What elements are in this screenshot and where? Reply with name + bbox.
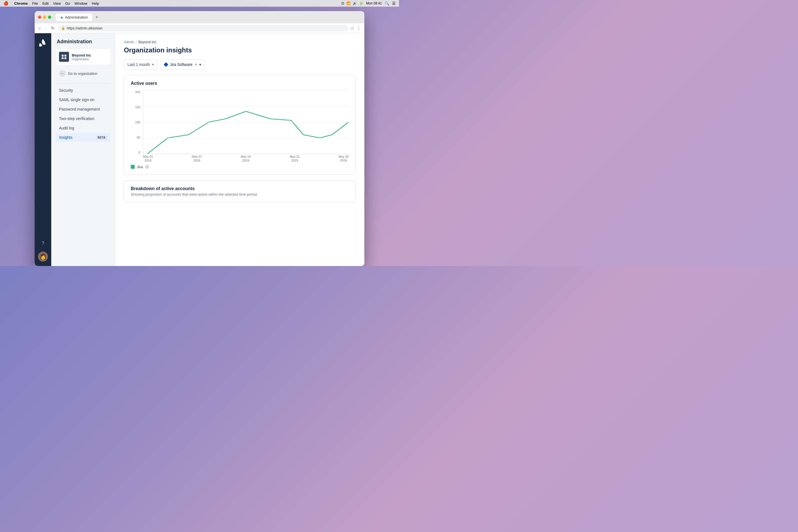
grid-line-150: [143, 106, 348, 107]
nav-divider: [56, 83, 110, 84]
volume-icon: 🔊: [353, 1, 357, 5]
title-bar: ▲ Administration +: [35, 11, 364, 23]
menu-help[interactable]: Help: [92, 1, 99, 5]
org-sub: Organization: [72, 57, 91, 61]
nav-item-saml[interactable]: SAML single sign-on: [56, 95, 110, 104]
grid-line-50: [143, 138, 348, 138]
minimize-button[interactable]: [43, 16, 46, 19]
breadcrumb-admin[interactable]: Admin: [124, 40, 134, 44]
breakdown-title: Breakdown of active accounts: [131, 186, 348, 191]
atlassian-logo: [38, 38, 48, 48]
time-period-label: Last 1 month: [128, 62, 150, 67]
y-label-0: 0: [138, 151, 142, 154]
bookmark-button[interactable]: ☆: [350, 25, 355, 31]
svg-rect-3: [64, 57, 66, 59]
product-diamond-icon: [164, 62, 168, 67]
page-title: Organization insights: [124, 46, 356, 54]
grid-line-100: [143, 122, 348, 122]
menu-edit[interactable]: Edit: [42, 1, 49, 5]
menu-file[interactable]: File: [32, 1, 38, 5]
breadcrumb: Admin / Beyond Inc: [124, 40, 356, 44]
svg-rect-2: [62, 57, 64, 59]
forward-button[interactable]: ›: [44, 25, 48, 32]
app-layout: ? 👩 Administration Beyo: [35, 33, 364, 266]
breakdown-subtitle: Showing proportion of accounts that were…: [131, 192, 348, 196]
svg-rect-0: [62, 55, 64, 57]
dark-sidebar: ? 👩: [35, 33, 51, 266]
nav-item-insights[interactable]: Insights BETA: [56, 133, 110, 142]
menu-bar-controls: ⊡ 📶 🔊 🔋: [341, 1, 363, 5]
search-icon[interactable]: 🔍: [385, 1, 389, 5]
org-info: Beyond Inc Organization: [72, 53, 91, 61]
filters-row: Last 1 month ▾ Jira Software × ▾: [124, 60, 356, 70]
org-name: Beyond Inc: [72, 53, 91, 57]
menu-app-name[interactable]: Chrome: [14, 1, 28, 5]
product-name-label: Jira Software: [170, 62, 193, 67]
tab-bar: ▲ Administration +: [56, 14, 361, 21]
list-icon[interactable]: ☰: [392, 1, 396, 5]
go-to-org-label: Go to organization: [68, 72, 97, 76]
product-filter[interactable]: Jira Software × ▾: [161, 60, 205, 70]
new-tab-button[interactable]: +: [93, 14, 100, 20]
breadcrumb-current: Beyond Inc: [138, 40, 156, 44]
menu-view[interactable]: View: [53, 1, 61, 5]
chevron-down-icon: ▾: [152, 63, 154, 66]
left-nav: Administration Beyond Inc Organization: [51, 33, 115, 266]
help-button[interactable]: ?: [38, 238, 48, 248]
address-bar: ‹ › ↻ 🔒 https://admin.atlassian ☆ ⋮: [35, 23, 364, 33]
product-chevron-icon: ▾: [199, 62, 201, 67]
time-period-filter[interactable]: Last 1 month ▾: [124, 60, 157, 70]
chart-yaxis: 200 150 100 50 0: [131, 90, 142, 154]
x-label-may28: May 28 2019: [339, 155, 348, 163]
legend-label-jira: Jira: [137, 165, 143, 169]
chart-title: Active users: [131, 81, 348, 86]
legend-info-icon[interactable]: i: [145, 165, 149, 169]
chart-plot: [143, 90, 348, 154]
x-label-may01: May 01 2019: [143, 155, 153, 163]
x-label-may21: May 21 2019: [289, 155, 300, 163]
airplay-icon: ⊡: [341, 1, 344, 5]
url-text: https://admin.atlassian: [67, 26, 102, 30]
nav-item-audit[interactable]: Audit log: [56, 124, 110, 132]
y-label-100: 100: [135, 120, 142, 124]
org-card: Beyond Inc Organization: [56, 49, 110, 64]
back-button[interactable]: ‹: [38, 25, 41, 32]
chart-legend: Jira i: [131, 165, 348, 169]
x-label-may07: May 07 2019: [192, 155, 202, 163]
x-label-may14: May 14 2019: [241, 155, 251, 163]
user-avatar[interactable]: 👩: [38, 252, 48, 262]
y-label-50: 50: [137, 136, 142, 139]
dark-sidebar-bottom: ? 👩: [38, 238, 48, 262]
address-right: ☆ ⋮: [350, 25, 361, 31]
battery-icon: 🔋: [359, 1, 363, 5]
menu-bar: 🍎 Chrome File Edit View Go Window Help ⊡…: [0, 0, 399, 7]
menu-window[interactable]: Window: [75, 1, 87, 5]
org-icon: [59, 52, 69, 62]
y-label-200: 200: [135, 90, 142, 94]
nav-item-two-step[interactable]: Two-step verification: [56, 114, 110, 123]
legend-color-jira: [131, 165, 135, 169]
menu-go[interactable]: Go: [65, 1, 70, 5]
fullscreen-button[interactable]: [48, 16, 51, 19]
nav-title: Administration: [56, 39, 110, 44]
wifi-icon: 📶: [346, 1, 350, 5]
go-to-org-link[interactable]: ← Go to organization: [56, 68, 110, 79]
apple-icon[interactable]: 🍎: [3, 1, 8, 6]
refresh-button[interactable]: ↻: [50, 24, 56, 32]
nav-item-password[interactable]: Password management: [56, 105, 110, 114]
lock-icon: 🔒: [61, 26, 65, 30]
tab-favicon: ▲: [60, 15, 63, 19]
y-label-150: 150: [135, 106, 142, 109]
close-button[interactable]: [38, 16, 41, 19]
more-button[interactable]: ⋮: [357, 25, 361, 31]
url-bar[interactable]: 🔒 https://admin.atlassian: [58, 25, 348, 31]
nav-item-security[interactable]: Security: [56, 86, 110, 95]
browser-window: ▲ Administration + ‹ › ↻ 🔒 https://admin…: [35, 11, 364, 266]
tab-label: Administration: [65, 15, 88, 19]
active-users-chart-card: Active users 200 150 100 50 0: [124, 75, 356, 175]
menu-bar-left: 🍎 Chrome File Edit View Go Window Help: [3, 1, 99, 6]
active-tab[interactable]: ▲ Administration: [56, 14, 92, 21]
beta-badge: BETA: [96, 135, 107, 140]
product-close-button[interactable]: ×: [195, 62, 197, 67]
chart-area: 200 150 100 50 0: [131, 90, 348, 163]
